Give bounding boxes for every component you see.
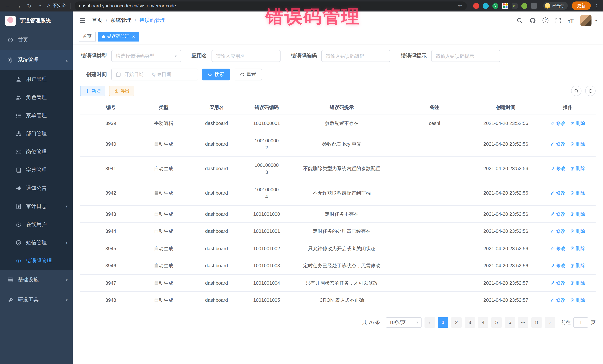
v-extension-icon[interactable]: V — [492, 3, 498, 9]
date-range-picker[interactable]: 开始日期 - 结束日期 — [111, 69, 198, 80]
puzzle-extension-icon[interactable] — [531, 3, 537, 9]
toggle-search-button[interactable] — [571, 86, 581, 96]
breadcrumb-item[interactable]: 首页 — [92, 17, 103, 24]
add-button[interactable]: 新增 — [80, 86, 105, 96]
breadcrumb-item[interactable]: 错误码管理 — [139, 17, 165, 24]
github-icon[interactable] — [530, 17, 536, 23]
sidebar-item[interactable]: 用户管理 — [0, 70, 73, 88]
close-icon[interactable]: × — [132, 34, 135, 39]
help-icon[interactable]: ? — [543, 17, 549, 23]
search-button[interactable]: 搜索 — [202, 69, 230, 80]
delete-link[interactable]: 删除 — [570, 245, 585, 252]
tab[interactable]: 首页 — [79, 32, 96, 41]
forward-icon[interactable]: → — [14, 2, 23, 10]
page-button[interactable]: 6 — [505, 317, 515, 328]
sidebar-item[interactable]: 角色管理 — [0, 88, 73, 106]
chevron-down-icon: ▾ — [66, 298, 68, 302]
sidebar-item[interactable]: 系统管理▴ — [0, 50, 73, 70]
browser-menu-kebab-icon[interactable]: ⋮ — [594, 3, 599, 9]
badge-on-extension-icon[interactable]: on — [512, 3, 518, 9]
page-button[interactable]: 4 — [478, 317, 488, 328]
sidebar-item[interactable]: 部门管理 — [0, 124, 73, 143]
picker-extension-icon[interactable] — [483, 3, 489, 9]
tab[interactable]: 错误码管理× — [98, 32, 139, 41]
app-name-input[interactable] — [211, 50, 280, 62]
breadcrumb-item[interactable]: 系统管理 — [111, 17, 131, 24]
leaf-extension-icon[interactable] — [521, 3, 527, 9]
reset-button[interactable]: 重置 — [234, 69, 262, 80]
app-logo[interactable]: 芋道管理系统 — [0, 11, 73, 30]
edit-link[interactable]: 修改 — [550, 228, 566, 235]
font-size-icon[interactable]: TT — [568, 18, 574, 23]
page-button[interactable]: 1 — [438, 317, 448, 328]
sidebar-item[interactable]: 菜单管理 — [0, 106, 73, 124]
avatar-chevron-down-icon[interactable]: ▾ — [595, 18, 597, 22]
refresh-table-button[interactable] — [585, 86, 596, 96]
palette-extension-icon[interactable] — [502, 3, 508, 9]
bookmark-star-icon[interactable]: ☆ — [458, 3, 462, 9]
create-time-label: 创建时间 — [80, 71, 107, 78]
sidebar-item[interactable]: 审计日志▾ — [0, 197, 73, 215]
edit-link[interactable]: 修改 — [550, 120, 566, 127]
edit-icon — [550, 212, 555, 216]
delete-link[interactable]: 删除 — [570, 262, 585, 269]
user-avatar[interactable] — [580, 15, 591, 26]
search-icon[interactable] — [517, 17, 523, 23]
sidebar-item[interactable]: 字典管理 — [0, 161, 73, 179]
cell-remark: ceshi — [397, 115, 472, 132]
cell-error-hint: 参数配置不存在 — [286, 115, 397, 132]
sidebar-item[interactable]: 岗位管理 — [0, 143, 73, 161]
browser-update-button[interactable]: 更新 — [572, 1, 591, 10]
back-icon[interactable]: ← — [4, 2, 12, 10]
page-size-select[interactable]: 10条/页 ▾ — [386, 317, 422, 328]
error-code-input[interactable] — [321, 50, 390, 62]
cell-remark — [397, 275, 472, 291]
delete-link[interactable]: 删除 — [570, 190, 585, 197]
delete-link[interactable]: 删除 — [570, 120, 585, 127]
sidebar-item[interactable]: 研发工具▾ — [0, 290, 73, 310]
page-button[interactable]: 8 — [531, 317, 542, 328]
sidebar-item[interactable]: 错误码管理 — [0, 252, 73, 270]
reload-icon[interactable]: ↻ — [25, 2, 33, 10]
edit-link[interactable]: 修改 — [550, 210, 566, 218]
edit-link[interactable]: 修改 — [550, 297, 566, 304]
security-indicator[interactable]: ⚠ 不安全 — [47, 3, 66, 9]
cell-type: 自动生成 — [141, 223, 186, 240]
edit-link[interactable]: 修改 — [550, 279, 566, 287]
goto-page-input[interactable] — [573, 317, 588, 328]
sidebar-toggle-icon[interactable] — [79, 17, 86, 24]
error-hint-input[interactable] — [431, 50, 500, 62]
edit-link[interactable]: 修改 — [550, 190, 566, 197]
home-icon[interactable]: ⌂ — [36, 2, 44, 10]
edit-link[interactable]: 修改 — [550, 245, 566, 252]
delete-link[interactable]: 删除 — [570, 210, 585, 218]
next-page-button[interactable]: › — [545, 317, 555, 328]
edit-link[interactable]: 修改 — [550, 165, 566, 172]
delete-link[interactable]: 删除 — [570, 141, 585, 148]
page-button[interactable]: 3 — [464, 317, 475, 328]
export-button-label: 导出 — [121, 88, 129, 94]
prev-page-button[interactable]: ‹ — [425, 317, 435, 328]
address-bar[interactable]: dashboard.yudao.iocoder.cn/system/error-… — [75, 1, 467, 10]
page-button[interactable]: 5 — [491, 317, 502, 328]
sidebar-item[interactable]: 通知公告 — [0, 179, 73, 197]
sidebar-item[interactable]: 首页 — [0, 30, 73, 50]
delete-link[interactable]: 删除 — [570, 228, 585, 235]
sidebar-item[interactable]: 基础设施▾ — [0, 270, 73, 290]
sidebar-item[interactable]: 在线用户 — [0, 215, 73, 233]
sidebar-item[interactable]: 短信管理▾ — [0, 233, 73, 252]
edit-link[interactable]: 修改 — [550, 262, 566, 269]
adblock-extension-icon[interactable] — [473, 3, 479, 9]
fullscreen-icon[interactable] — [555, 17, 562, 23]
page-button[interactable]: 2 — [451, 317, 462, 328]
table-header-row: 编号类型应用名错误码编码错误码提示备注创建时间操作 — [80, 100, 596, 115]
profile-paused-badge[interactable]: 已暂停 — [543, 2, 568, 10]
error-type-select[interactable]: 请选择错误码类型 ▾ — [111, 50, 181, 62]
delete-link[interactable]: 删除 — [570, 279, 585, 287]
export-button[interactable]: 导出 — [109, 86, 134, 96]
edit-link[interactable]: 修改 — [550, 141, 566, 148]
more-pages-button[interactable]: ••• — [518, 317, 528, 328]
sidebar: 芋道管理系统 首页系统管理▴用户管理角色管理菜单管理部门管理岗位管理字典管理通知… — [0, 11, 73, 364]
delete-link[interactable]: 删除 — [570, 165, 585, 172]
delete-link[interactable]: 删除 — [570, 297, 585, 304]
